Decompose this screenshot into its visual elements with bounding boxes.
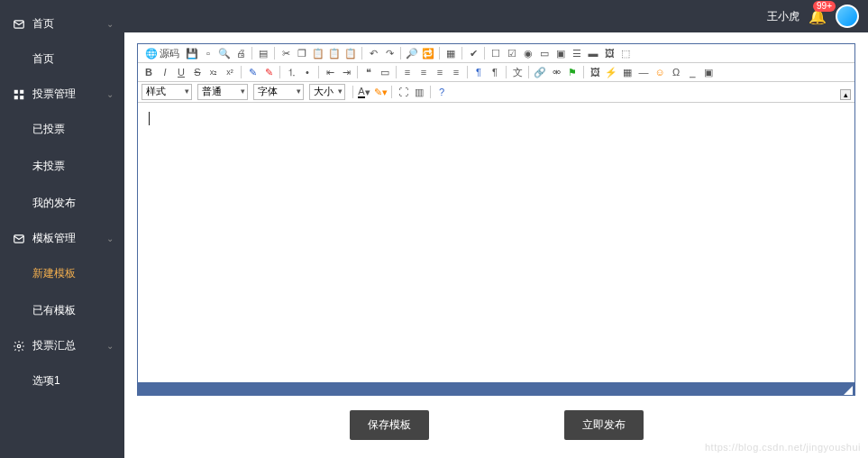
select-icon[interactable]: ☰: [570, 46, 584, 60]
paste-word-icon[interactable]: 📋: [343, 46, 358, 60]
source-button[interactable]: 🌐源码: [142, 46, 183, 60]
find-icon[interactable]: 🔎: [405, 46, 419, 60]
textfield-icon[interactable]: ▭: [537, 46, 552, 60]
separator: [439, 47, 440, 60]
editor-content-area[interactable]: [138, 103, 854, 382]
style-select[interactable]: 样式: [142, 84, 192, 100]
copy-icon[interactable]: ❐: [295, 46, 309, 60]
maximize-icon[interactable]: ⛶: [396, 85, 410, 99]
hiddenfield-icon[interactable]: ⬚: [618, 46, 633, 60]
chevron-down-icon: ⌄: [106, 89, 114, 99]
sidebar-item-home[interactable]: 首页: [0, 41, 124, 78]
svg-rect-1: [14, 89, 18, 93]
select-all-icon[interactable]: ▦: [443, 46, 458, 60]
sidebar-item-voted[interactable]: 已投票: [0, 111, 124, 148]
chevron-down-icon: ⌄: [106, 234, 114, 243]
sidebar-group-vote-summary[interactable]: 投票汇总 ⌄: [0, 329, 124, 362]
subscript-icon[interactable]: x₂: [206, 65, 221, 79]
hr-icon[interactable]: —: [636, 65, 651, 79]
unlink-icon[interactable]: ⚮: [549, 65, 563, 79]
align-center-icon[interactable]: ≡: [416, 65, 431, 79]
separator: [274, 47, 275, 60]
showblocks-icon[interactable]: ▥: [412, 85, 426, 99]
link-icon[interactable]: 🔗: [533, 65, 547, 79]
sidebar-item-my-publish[interactable]: 我的发布: [0, 185, 124, 222]
chevron-down-icon: ⌄: [106, 341, 114, 351]
italic-icon[interactable]: I: [158, 65, 172, 79]
align-right-icon[interactable]: ≡: [433, 65, 447, 79]
checkbox-icon[interactable]: ☑: [505, 46, 519, 60]
superscript-icon[interactable]: x²: [223, 65, 237, 79]
pagebreak-icon[interactable]: ⎯: [685, 65, 699, 79]
outdent-icon[interactable]: ⇤: [323, 65, 337, 79]
div-icon[interactable]: ▭: [378, 65, 392, 79]
separator: [528, 66, 529, 78]
font-select[interactable]: 字体: [253, 84, 304, 100]
sidebar-group-label: 投票管理: [32, 87, 76, 102]
paste-icon[interactable]: 📋: [311, 46, 325, 60]
templates-icon[interactable]: ▤: [256, 46, 270, 60]
size-select[interactable]: 大小: [309, 84, 345, 100]
paste-text-icon[interactable]: 📋: [327, 46, 342, 60]
anchor-icon[interactable]: ⚑: [565, 65, 580, 79]
bidi-ltr-icon[interactable]: ¶: [471, 65, 486, 79]
undo-icon[interactable]: ↶: [366, 46, 380, 60]
sidebar-group-label: 首页: [32, 16, 54, 32]
blockquote-icon[interactable]: ❝: [361, 65, 376, 79]
notification-bell-wrap[interactable]: 🔔 99+: [809, 8, 827, 25]
sidebar-item-option1[interactable]: 选项1: [0, 362, 124, 399]
flash-icon[interactable]: ⚡: [604, 65, 618, 79]
save-template-button[interactable]: 保存模板: [350, 410, 429, 440]
cut-icon[interactable]: ✂: [279, 46, 293, 60]
bg-color-icon[interactable]: ✎▾: [373, 85, 388, 99]
textarea-icon[interactable]: ▣: [553, 46, 568, 60]
print-icon[interactable]: 🖨: [233, 46, 248, 60]
form-icon[interactable]: ☐: [489, 46, 503, 60]
align-left-icon[interactable]: ≡: [400, 65, 415, 79]
separator: [461, 47, 462, 60]
iframe-icon[interactable]: ▣: [701, 65, 716, 79]
editor-toolbar-row1: 🌐源码 💾 ▫ 🔍 🖨 ▤ ✂ ❐ 📋 📋 📋 ↶ ↷ 🔎 🔁: [138, 44, 854, 63]
save-icon[interactable]: 💾: [185, 46, 199, 60]
numbered-list-icon[interactable]: ⒈: [284, 65, 298, 79]
bidi-rtl-icon[interactable]: ¶: [488, 65, 502, 79]
underline-icon[interactable]: U: [174, 65, 188, 79]
table-icon[interactable]: ▦: [620, 65, 635, 79]
text-color-icon[interactable]: A▾: [357, 85, 371, 99]
preview-icon[interactable]: 🔍: [217, 46, 232, 60]
bold-icon[interactable]: B: [142, 65, 156, 79]
language-icon[interactable]: 文: [510, 65, 525, 79]
separator: [279, 66, 280, 78]
smiley-icon[interactable]: ☺: [653, 65, 667, 79]
image-icon[interactable]: 🖼: [588, 65, 602, 79]
user-name-label: 王小虎: [767, 9, 799, 24]
removeformat-icon[interactable]: ✎: [261, 65, 276, 79]
resize-handle-icon[interactable]: [844, 386, 853, 395]
sidebar-group-vote-manage[interactable]: 投票管理 ⌄: [0, 78, 124, 111]
align-justify-icon[interactable]: ≡: [449, 65, 463, 79]
indent-icon[interactable]: ⇥: [339, 65, 353, 79]
collapse-toolbar-icon[interactable]: ▴: [840, 89, 851, 100]
new-page-icon[interactable]: ▫: [201, 46, 215, 60]
avatar[interactable]: [836, 5, 859, 28]
separator: [251, 47, 252, 60]
format-select[interactable]: 普通: [197, 84, 248, 100]
sidebar-group-home[interactable]: 首页 ⌄: [0, 7, 124, 41]
text-cursor: [149, 112, 150, 125]
sidebar-item-new-template[interactable]: 新建模板: [0, 255, 124, 292]
about-icon[interactable]: ?: [434, 85, 449, 99]
specialchar-icon[interactable]: Ω: [669, 65, 683, 79]
redo-icon[interactable]: ↷: [382, 46, 397, 60]
radio-icon[interactable]: ◉: [521, 46, 535, 60]
sidebar-group-template-manage[interactable]: 模板管理 ⌄: [0, 222, 124, 255]
sidebar-item-existing-template[interactable]: 已有模板: [0, 292, 124, 329]
sidebar-item-unvoted[interactable]: 未投票: [0, 148, 124, 185]
bullet-list-icon[interactable]: •: [300, 65, 315, 79]
copyformat-icon[interactable]: ✎: [245, 65, 260, 79]
spellcheck-icon[interactable]: ✔: [466, 46, 480, 60]
replace-icon[interactable]: 🔁: [421, 46, 435, 60]
strike-icon[interactable]: S: [190, 65, 205, 79]
publish-button[interactable]: 立即发布: [564, 410, 644, 440]
button-icon[interactable]: ▬: [586, 46, 600, 60]
imagebutton-icon[interactable]: 🖼: [602, 46, 617, 60]
